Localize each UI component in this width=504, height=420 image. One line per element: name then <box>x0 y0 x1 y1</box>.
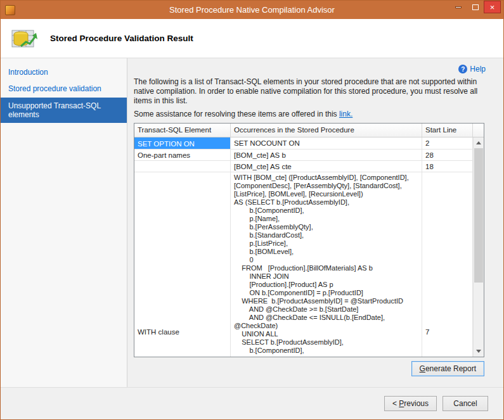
maximize-icon <box>472 4 479 10</box>
footer: < Previous Cancel <box>1 387 503 419</box>
close-button[interactable]: × <box>484 1 501 13</box>
caption-buttons: × <box>449 1 501 13</box>
col-header-element[interactable]: Transact-SQL Element <box>134 124 231 137</box>
cell-occurrence: [BOM_cte] AS cte <box>231 161 422 172</box>
cell-element <box>134 161 231 172</box>
scroll-up-button[interactable] <box>474 137 484 148</box>
title-bar[interactable]: Stored Procedure Native Compilation Advi… <box>1 1 503 19</box>
cell-element: WITH clause <box>134 172 231 357</box>
window-title: Stored Procedure Native Compilation Advi… <box>1 5 503 15</box>
cell-occurrence: WITH [BOM_cte] ([ProductAssemblyID], [Co… <box>231 172 422 357</box>
col-header-occurrences[interactable]: Occurrences in the Stored Procedure <box>231 124 422 137</box>
description-text: The following is a list of Transact-SQL … <box>134 77 484 106</box>
sidebar-item-stored-procedure-validation[interactable]: Stored procedure validation <box>1 81 127 96</box>
scroll-down-button[interactable] <box>474 346 484 357</box>
table-header: Transact-SQL Element Occurrences in the … <box>134 124 484 137</box>
scroll-up-icon <box>476 141 481 144</box>
table-scrollbar[interactable] <box>473 137 484 357</box>
cell-start-line: 18 <box>422 161 473 172</box>
minimize-icon <box>455 6 462 8</box>
cancel-button[interactable]: Cancel <box>443 396 488 411</box>
table-rows: SET OPTION ON SET NOCOUNT ON 2 One-part … <box>134 137 473 357</box>
cell-occurrence: SET NOCOUNT ON <box>231 137 422 149</box>
elements-table: Transact-SQL Element Occurrences in the … <box>134 123 484 357</box>
scroll-down-icon <box>476 350 481 353</box>
minimize-button[interactable] <box>449 1 467 13</box>
table-row[interactable]: WITH clause WITH [BOM_cte] ([ProductAsse… <box>134 172 473 357</box>
cell-start-line: 2 <box>422 137 473 149</box>
generate-report-button[interactable]: Generate Report <box>411 361 484 376</box>
help-icon: ? <box>458 65 467 73</box>
assistance-text: Some assistance for resolving these item… <box>134 110 484 118</box>
help-button[interactable]: ? Help <box>458 65 486 73</box>
header: Stored Procedure Validation Result <box>1 19 503 58</box>
scroll-thumb[interactable] <box>474 148 483 283</box>
cell-element: One-part names <box>134 150 231 160</box>
col-header-start-line[interactable]: Start Line <box>422 124 473 137</box>
sidebar-item-introduction[interactable]: Introduction <box>1 65 127 80</box>
advisor-icon <box>11 27 39 51</box>
assistance-link[interactable]: link. <box>339 110 352 118</box>
sidebar-item-unsupported-elements[interactable]: Unsupported Transact-SQL elements <box>1 98 127 123</box>
maximize-button[interactable] <box>467 1 484 13</box>
close-icon: × <box>490 3 495 12</box>
cell-start-line: 7 <box>422 172 473 357</box>
assistance-prefix: Some assistance for resolving these item… <box>134 110 339 118</box>
cell-element: SET OPTION ON <box>134 137 231 149</box>
cell-occurrence: [BOM_cte] AS b <box>231 150 422 160</box>
page-title: Stored Procedure Validation Result <box>50 34 193 43</box>
main-panel: ? Help The following is a list of Transa… <box>127 58 503 387</box>
scroll-track[interactable] <box>474 148 484 346</box>
cell-start-line: 28 <box>422 150 473 160</box>
dialog-window: Stored Procedure Native Compilation Advi… <box>0 0 504 420</box>
table-row[interactable]: SET OPTION ON SET NOCOUNT ON 2 <box>134 137 473 150</box>
previous-button[interactable]: < Previous <box>384 396 437 411</box>
help-label: Help <box>470 65 486 73</box>
sidebar: Introduction Stored procedure validation… <box>1 58 127 387</box>
table-row[interactable]: [BOM_cte] AS cte 18 <box>134 161 473 172</box>
table-row[interactable]: One-part names [BOM_cte] AS b 28 <box>134 150 473 161</box>
